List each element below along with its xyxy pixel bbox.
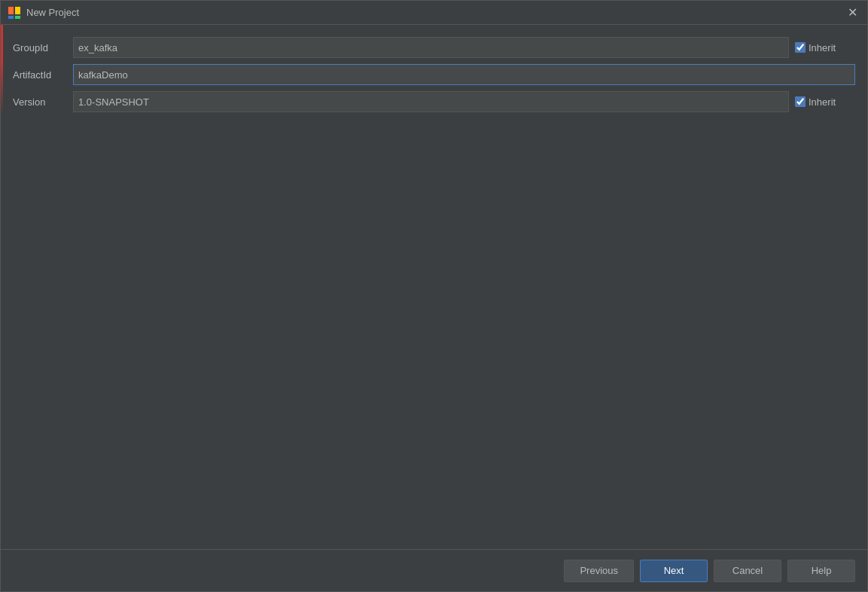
svg-rect-1: [15, 7, 20, 14]
version-inherit-section: Inherit: [795, 96, 855, 108]
version-label: Version: [13, 96, 73, 108]
version-inherit-checkbox[interactable]: [795, 96, 806, 107]
help-button[interactable]: Help: [787, 560, 855, 582]
version-row: Version Inherit: [13, 91, 855, 112]
groupid-label: GroupId: [13, 42, 73, 53]
version-input[interactable]: [73, 91, 789, 112]
groupid-row: GroupId Inherit: [13, 37, 855, 58]
svg-rect-2: [8, 16, 14, 19]
title-bar-left: New Project: [8, 7, 79, 19]
app-icon: [8, 7, 20, 19]
next-button[interactable]: Next: [640, 560, 708, 582]
artifactid-label: ArtifactId: [13, 69, 73, 81]
cancel-button[interactable]: Cancel: [714, 560, 781, 582]
title-bar: New Project ✕: [1, 1, 867, 25]
groupid-inherit-checkbox[interactable]: [795, 42, 806, 53]
svg-rect-3: [15, 16, 20, 19]
artifactid-input[interactable]: [73, 64, 855, 85]
groupid-inherit-section: Inherit: [795, 42, 855, 53]
groupid-inherit-label[interactable]: Inherit: [809, 42, 836, 53]
groupid-input[interactable]: [73, 37, 789, 58]
svg-rect-0: [8, 7, 14, 14]
window-title: New Project: [26, 7, 79, 18]
close-button[interactable]: ✕: [845, 5, 860, 20]
bottom-bar: Previous Next Cancel Help: [1, 549, 867, 591]
version-inherit-label[interactable]: Inherit: [809, 96, 836, 108]
form-content: GroupId Inherit ArtifactId Version Inher…: [1, 25, 867, 549]
new-project-dialog: New Project ✕ GroupId Inherit ArtifactId…: [0, 0, 868, 592]
previous-button[interactable]: Previous: [564, 560, 634, 582]
artifactid-row: ArtifactId: [13, 64, 855, 85]
left-accent-bar: [1, 25, 3, 115]
